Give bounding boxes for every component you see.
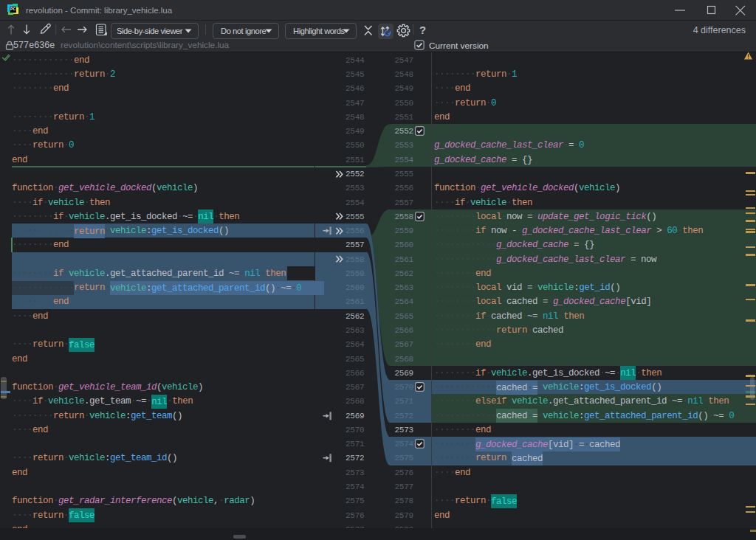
svg-text:PC: PC (10, 7, 16, 11)
